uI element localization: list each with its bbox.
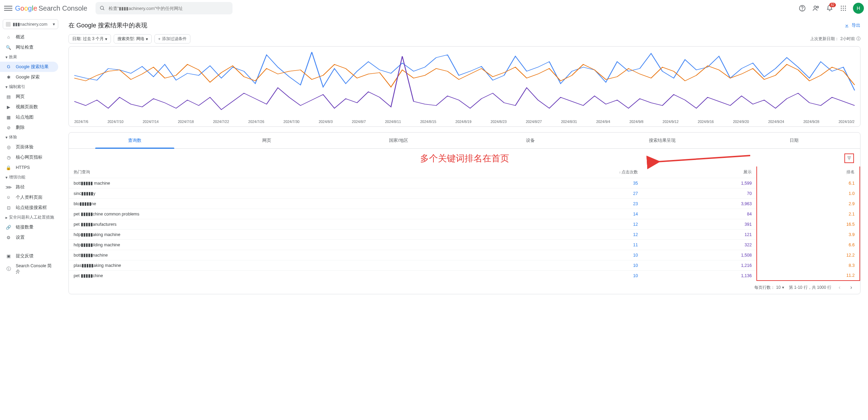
sidebar-item-discover[interactable]: ✱Google 探索: [0, 72, 58, 82]
col-clicks[interactable]: ↓点击次数: [486, 166, 643, 178]
sidebar-item-about[interactable]: ⓘSearch Console 简介: [0, 261, 58, 277]
menu-icon[interactable]: [4, 4, 12, 12]
tab-5[interactable]: 日期: [728, 133, 860, 148]
table-row[interactable]: bott▮▮▮▮▮ machine351,5996.1: [69, 178, 860, 188]
discover-icon: ✱: [5, 74, 12, 80]
users-icon[interactable]: [812, 4, 820, 12]
sidebar-item-overview[interactable]: ⌂概述: [0, 32, 58, 42]
table-row[interactable]: plas▮▮▮▮▮aking machine101,2168.3: [69, 260, 860, 271]
prev-page-button[interactable]: ‹: [836, 284, 843, 291]
cell-position: 6.6: [757, 240, 860, 250]
help-icon[interactable]: [798, 4, 806, 12]
svg-point-9: [841, 8, 842, 9]
sidebar-item-cwv[interactable]: ◷核心网页指标: [0, 152, 58, 162]
tab-1[interactable]: 网页: [201, 133, 332, 148]
cell-query: pet ▮▮▮▮▮chine common problems: [69, 209, 486, 219]
col-position[interactable]: 排名: [757, 166, 860, 178]
cell-clicks: 12: [486, 219, 643, 230]
url-search-bar[interactable]: [96, 2, 232, 14]
sidebar-item-page-experience[interactable]: ◎页面体验: [0, 142, 58, 152]
sidebar-item-profile-pages[interactable]: ☺个人资料页面: [0, 192, 58, 202]
sidebar-item-feedback[interactable]: ▣提交反馈: [0, 251, 58, 261]
sidebar-item-breadcrumbs[interactable]: ⋙路径: [0, 182, 58, 192]
sidebar-item-sitelinks[interactable]: ⊡站点链接搜索框: [0, 202, 58, 213]
sort-desc-icon: ↓: [619, 170, 621, 174]
table-row[interactable]: blo▮▮▮▮▮ne233,9632.9: [69, 199, 860, 209]
cell-position: 12.2: [757, 250, 860, 260]
speed-icon: ◷: [5, 154, 12, 160]
sidebar-item-url-inspect[interactable]: 🔍网址检查: [0, 42, 58, 52]
section-security[interactable]: ▸安全问题和人工处置措施: [0, 213, 61, 222]
cell-query: pet ▮▮▮▮▮chine: [69, 271, 486, 281]
table-row[interactable]: hdp▮▮▮▮▮ilding machine113226.6: [69, 240, 860, 250]
google-icon: G: [5, 64, 12, 70]
section-experience[interactable]: ▾体验: [0, 133, 61, 142]
next-page-button[interactable]: ›: [848, 284, 855, 291]
cell-impressions: 322: [643, 240, 757, 250]
info-icon[interactable]: ⓘ: [856, 36, 860, 42]
date-filter-chip[interactable]: 日期: 过去 3 个月▾: [68, 34, 111, 44]
filter-icon[interactable]: [844, 153, 854, 163]
download-icon: [844, 23, 850, 28]
tab-2[interactable]: 国家/地区: [332, 133, 464, 148]
pagination-range: 第 1-10 行，共 1000 行: [789, 285, 831, 291]
sidebar-item-settings[interactable]: ⚙设置: [0, 232, 58, 243]
page-title: 在 Google 搜索结果中的表现: [68, 21, 147, 29]
apps-icon[interactable]: [839, 4, 847, 12]
property-selector[interactable]: ▮▮▮nachinery.com ▾: [3, 19, 58, 29]
cell-query: hdp▮▮▮▮▮aking machine: [69, 230, 486, 240]
sidebar-item-links[interactable]: 🔗链接数量: [0, 222, 58, 232]
cell-query: bott▮▮▮▮▮nachine: [69, 250, 486, 260]
cell-query: bott▮▮▮▮▮ machine: [69, 178, 486, 188]
cell-impressions: 1,508: [643, 250, 757, 260]
tab-4[interactable]: 搜索结果呈现: [596, 133, 728, 148]
table-row[interactable]: hdp▮▮▮▮▮aking machine121213.9: [69, 230, 860, 240]
svg-point-13: [843, 10, 844, 11]
sidebar-item-video-pages[interactable]: ▶视频页面数: [0, 102, 58, 112]
tab-0[interactable]: 查询数: [69, 133, 201, 148]
cell-query: pet ▮▮▮▮▮anufacturers: [69, 219, 486, 230]
avatar[interactable]: H: [853, 3, 864, 14]
cell-impressions: 84: [643, 209, 757, 219]
cell-query: sinc▮▮▮▮▮y: [69, 188, 486, 199]
section-indexing[interactable]: ▾编制索引: [0, 82, 61, 91]
col-query[interactable]: 热门查询: [69, 166, 486, 178]
chevron-down-icon: ▾: [782, 285, 784, 290]
links-icon: 🔗: [5, 224, 12, 230]
table-row[interactable]: pet ▮▮▮▮▮anufacturers1239116.5: [69, 219, 860, 230]
search-icon: [100, 5, 105, 11]
export-button[interactable]: 导出: [844, 22, 860, 28]
cell-impressions: 121: [643, 230, 757, 240]
table-row[interactable]: pet ▮▮▮▮▮chine common problems14842.1: [69, 209, 860, 219]
experience-icon: ◎: [5, 144, 12, 150]
cell-position: 16.5: [757, 219, 860, 230]
sidebar-item-sitemaps[interactable]: ▦站点地图: [0, 112, 58, 122]
section-performance[interactable]: ▾效果: [0, 52, 61, 62]
property-icon: [6, 22, 11, 27]
table-row[interactable]: bott▮▮▮▮▮nachine101,50812.2: [69, 250, 860, 260]
cell-position: 3.9: [757, 230, 860, 240]
sidebar-item-google-search[interactable]: GGoogle 搜索结果: [0, 62, 58, 72]
add-filter-chip[interactable]: +添加过滤条件: [154, 34, 190, 44]
cell-position: 1.0: [757, 188, 860, 199]
svg-point-10: [843, 8, 844, 9]
notifications-icon[interactable]: 82: [826, 4, 834, 12]
sidebar-item-removals[interactable]: ⊘删除: [0, 122, 58, 133]
table-row[interactable]: sinc▮▮▮▮▮y27701.0: [69, 188, 860, 199]
tab-3[interactable]: 设备: [465, 133, 596, 148]
search-type-chip[interactable]: 搜索类型: 网络▾: [114, 34, 152, 44]
main-content: 在 Google 搜索结果中的表现 导出 日期: 过去 3 个月▾ 搜索类型: …: [61, 16, 868, 420]
sidebar-item-https[interactable]: 🔒HTTPS: [0, 162, 58, 173]
svg-point-6: [841, 6, 842, 7]
table-row[interactable]: pet ▮▮▮▮▮chine101,13611.2: [69, 271, 860, 281]
section-enhancements[interactable]: ▾增强功能: [0, 173, 61, 182]
svg-point-3: [802, 10, 803, 10]
performance-chart: [74, 49, 855, 118]
breadcrumb-icon: ⋙: [5, 184, 12, 190]
pages-icon: ▤: [5, 94, 12, 100]
url-search-input[interactable]: [109, 6, 228, 11]
rows-per-page[interactable]: 每页行数： 10 ▾: [754, 285, 784, 291]
cell-clicks: 23: [486, 199, 643, 209]
sidebar-item-pages[interactable]: ▤网页: [0, 91, 58, 102]
col-impressions[interactable]: 展示: [643, 166, 757, 178]
